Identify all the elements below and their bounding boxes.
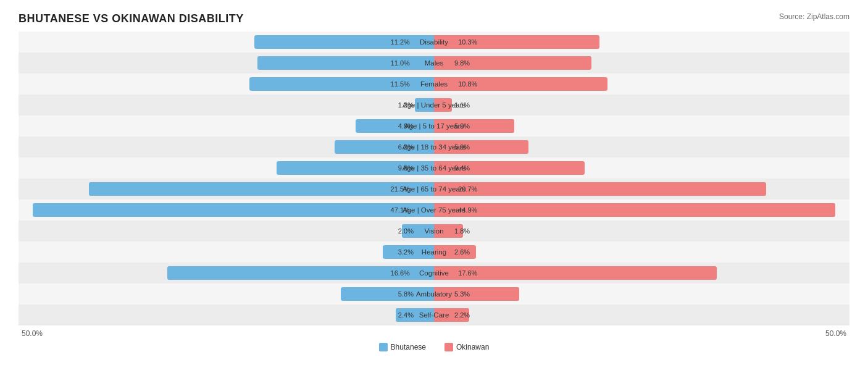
- right-section: 5.9%: [434, 136, 849, 158]
- left-section: 9.8%: [19, 158, 434, 178]
- axis-row: 50.0% 50.0%: [19, 329, 849, 338]
- left-section: 11.2%: [19, 32, 434, 52]
- left-section: 6.2%: [19, 136, 434, 158]
- bar-label: Age | 65 to 74 years: [403, 185, 466, 193]
- left-value: 11.0%: [391, 59, 412, 67]
- bar-right: [434, 203, 835, 217]
- bar-label: Age | 5 to 17 years: [404, 122, 464, 130]
- bar-label: Age | Under 5 years: [403, 101, 465, 109]
- bar-row: 4.9% Age | 5 to 17 years 5.0%: [19, 116, 849, 136]
- left-section: 2.0%: [19, 220, 434, 242]
- right-value: 10.3%: [456, 38, 477, 46]
- right-value: 5.3%: [452, 290, 470, 298]
- right-section: 44.9%: [434, 200, 849, 220]
- bar-row: 9.8% Age | 35 to 64 years 9.4%: [19, 158, 849, 178]
- bhutanese-label: Bhutanese: [391, 343, 426, 351]
- bar-label: Ambulatory: [416, 290, 452, 298]
- bar-row: 6.2% Age | 18 to 34 years 5.9%: [19, 136, 849, 158]
- okinawan-color-box: [444, 343, 453, 351]
- bar-label: Cognitive: [419, 269, 449, 277]
- left-section: 1.2%: [19, 94, 434, 116]
- right-section: 5.3%: [434, 284, 849, 304]
- left-section: 47.1%: [19, 200, 434, 220]
- bar-row: 11.2% Disability 10.3%: [19, 32, 849, 52]
- bar-label: Males: [425, 59, 444, 67]
- left-section: 11.0%: [19, 52, 434, 74]
- bar-row: 11.0% Males 9.8%: [19, 52, 849, 74]
- bar-row: 3.2% Hearing 2.6%: [19, 242, 849, 262]
- right-value: 1.8%: [452, 227, 470, 235]
- right-value: 9.8%: [452, 59, 470, 67]
- right-section: 9.4%: [434, 158, 849, 178]
- bar-label: Self-Care: [419, 311, 449, 319]
- left-value: 5.8%: [398, 290, 416, 298]
- bar-label: Age | 35 to 64 years: [403, 164, 466, 172]
- left-value: 2.4%: [398, 311, 416, 319]
- left-section: 4.9%: [19, 116, 434, 136]
- left-section: 16.6%: [19, 262, 434, 284]
- bar-row: 2.0% Vision 1.8%: [19, 220, 849, 242]
- left-value: 16.6%: [391, 269, 412, 277]
- right-value: 2.2%: [452, 311, 470, 319]
- legend-bhutanese: Bhutanese: [379, 343, 426, 351]
- bar-row: 5.8% Ambulatory 5.3%: [19, 284, 849, 304]
- axis-right: 50.0%: [434, 329, 849, 338]
- axis-left: 50.0%: [19, 329, 434, 338]
- bar-right: [434, 182, 766, 196]
- right-section: 10.8%: [434, 74, 849, 94]
- chart-container: 11.2% Disability 10.3% 11.0% Males 9.8% …: [19, 32, 849, 338]
- bar-row: 21.5% Age | 65 to 74 years 20.7%: [19, 178, 849, 200]
- left-section: 3.2%: [19, 242, 434, 262]
- right-value: 17.6%: [456, 269, 477, 277]
- bar-label: Hearing: [422, 248, 446, 256]
- bar-label: Age | Over 75 years: [403, 206, 465, 214]
- okinawan-label: Okinawan: [456, 343, 489, 351]
- right-section: 9.8%: [434, 52, 849, 74]
- chart-title: Bhutanese vs Okinawan Disability: [19, 12, 244, 25]
- right-value: 10.8%: [456, 80, 477, 88]
- left-value: 3.2%: [398, 248, 416, 256]
- legend-okinawan: Okinawan: [444, 343, 489, 351]
- bar-label: Females: [420, 80, 448, 88]
- bar-label: Vision: [424, 227, 443, 235]
- bar-row: 16.6% Cognitive 17.6%: [19, 262, 849, 284]
- right-section: 10.3%: [434, 32, 849, 52]
- bar-label: Disability: [420, 38, 448, 46]
- bar-left: [89, 182, 434, 196]
- left-section: 11.5%: [19, 74, 434, 94]
- bar-row: 2.4% Self-Care 2.2%: [19, 304, 849, 326]
- left-section: 2.4%: [19, 304, 434, 326]
- right-section: 2.2%: [434, 304, 849, 326]
- right-section: 2.6%: [434, 242, 849, 262]
- right-section: 5.0%: [434, 116, 849, 136]
- right-section: 17.6%: [434, 262, 849, 284]
- legend: Bhutanese Okinawan: [19, 343, 849, 351]
- bar-row: 11.5% Females 10.8%: [19, 74, 849, 94]
- left-value: 11.5%: [391, 80, 412, 88]
- bhutanese-color-box: [379, 343, 388, 351]
- bar-label: Age | 18 to 34 years: [403, 143, 466, 151]
- right-section: 1.8%: [434, 220, 849, 242]
- left-section: 5.8%: [19, 284, 434, 304]
- bar-row: 1.2% Age | Under 5 years 1.1%: [19, 94, 849, 116]
- right-section: 1.1%: [434, 94, 849, 116]
- right-value: 2.6%: [452, 248, 470, 256]
- bar-left: [33, 203, 434, 217]
- right-section: 20.7%: [434, 178, 849, 200]
- left-value: 2.0%: [398, 227, 416, 235]
- bar-row: 47.1% Age | Over 75 years 44.9%: [19, 200, 849, 220]
- source-label: Source: ZipAtlas.com: [779, 12, 849, 21]
- left-section: 21.5%: [19, 178, 434, 200]
- left-value: 11.2%: [391, 38, 412, 46]
